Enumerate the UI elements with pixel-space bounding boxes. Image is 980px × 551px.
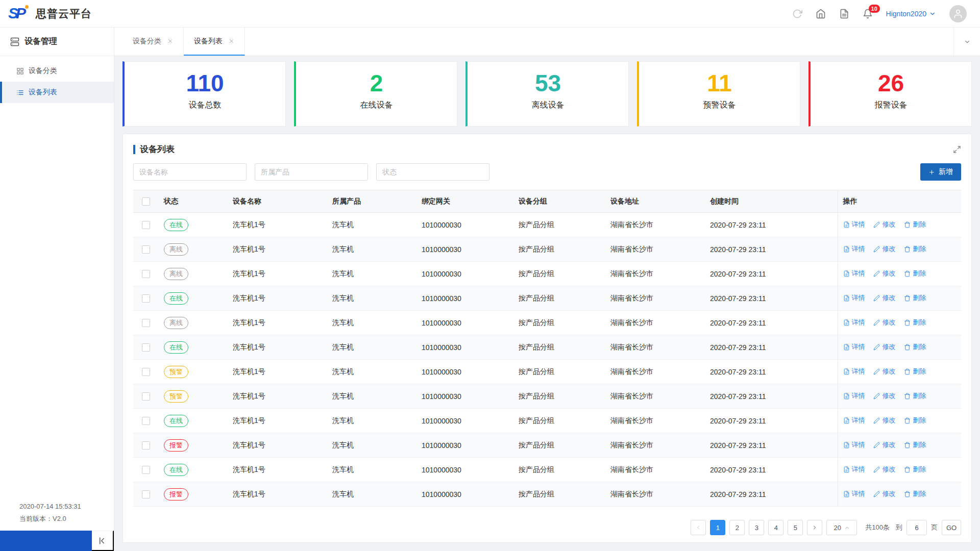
go-button[interactable]: GO [942,520,961,535]
detail-link[interactable]: 详情 [843,342,865,352]
edit-link[interactable]: 修改 [873,465,895,474]
user-menu[interactable]: Hignton2020 [886,10,936,18]
delete-link[interactable]: 删除 [904,465,926,474]
detail-link[interactable]: 详情 [843,391,865,400]
row-checkbox[interactable] [142,343,150,352]
row-checkbox[interactable] [142,466,150,474]
stat-value: 2 [296,70,457,97]
edit-link[interactable]: 修改 [873,220,895,229]
edit-link[interactable]: 修改 [873,244,895,254]
detail-label: 详情 [852,416,865,425]
row-checkbox[interactable] [142,270,150,278]
edit-link[interactable]: 修改 [873,318,895,327]
delete-link[interactable]: 删除 [904,416,926,425]
detail-link[interactable]: 详情 [843,244,865,254]
next-page-button[interactable] [807,520,822,535]
product-filter-input[interactable] [255,163,368,181]
row-checkbox[interactable] [142,221,150,229]
delete-link[interactable]: 删除 [904,269,926,278]
status-badge: 离线 [164,317,188,329]
delete-link[interactable]: 删除 [904,318,926,327]
row-checkbox[interactable] [142,417,150,425]
document-icon[interactable] [839,9,849,19]
device-name-filter-input[interactable] [133,163,247,181]
detail-link[interactable]: 详情 [843,416,865,425]
page-button-5[interactable]: 5 [788,520,803,535]
row-checkbox[interactable] [142,368,150,376]
expand-icon[interactable] [953,145,961,154]
home-icon[interactable] [816,9,826,19]
detail-link[interactable]: 详情 [843,318,865,327]
detail-link[interactable]: 详情 [843,465,865,474]
product-cell: 洗车机 [327,433,416,458]
gateway-cell: 1010000030 [416,482,513,507]
edit-link[interactable]: 修改 [873,293,895,303]
detail-link[interactable]: 详情 [843,440,865,449]
total-count: 共100条 [865,523,890,532]
delete-link[interactable]: 删除 [904,391,926,400]
sidebar-item-device-list[interactable]: 设备列表 [0,82,114,103]
avatar[interactable] [949,5,967,22]
tab-overflow-button[interactable] [953,28,980,56]
table-row: 在线 洗车机1号 洗车机 1010000030 按产品分组 湖南省长沙市 202… [133,286,961,311]
row-checkbox[interactable] [142,245,150,254]
detail-link[interactable]: 详情 [843,367,865,376]
delete-link[interactable]: 删除 [904,244,926,254]
delete-link[interactable]: 删除 [904,293,926,303]
edit-link[interactable]: 修改 [873,342,895,352]
select-all-checkbox[interactable] [142,197,150,206]
delete-link[interactable]: 删除 [904,440,926,449]
table-row: 在线 洗车机1号 洗车机 1010000030 按产品分组 湖南省长沙市 202… [133,409,961,433]
panel-header: 设备列表 [133,143,961,155]
edit-icon [873,491,880,497]
page-button-2[interactable]: 2 [729,520,745,535]
tab-device-category[interactable]: 设备分类 [122,28,184,56]
add-device-button[interactable]: 新增 [920,163,961,181]
created-time-cell: 2020-07-29 23:11 [705,335,838,360]
gateway-cell: 1010000030 [416,360,513,384]
delete-label: 删除 [913,318,926,327]
delete-link[interactable]: 删除 [904,220,926,229]
close-icon[interactable] [229,38,234,44]
page-size-select[interactable]: 20 [826,520,857,535]
detail-label: 详情 [852,318,865,327]
detail-link[interactable]: 详情 [843,220,865,229]
detail-link[interactable]: 详情 [843,293,865,303]
detail-link[interactable]: 详情 [843,489,865,498]
prev-page-button[interactable] [691,520,706,535]
detail-link[interactable]: 详情 [843,269,865,278]
edit-link[interactable]: 修改 [873,440,895,449]
edit-link[interactable]: 修改 [873,416,895,425]
gateway-cell: 1010000030 [416,311,513,335]
collapse-sidebar-button[interactable] [92,531,114,551]
device-list-panel: 设备列表 新增 [122,134,972,543]
edit-link[interactable]: 修改 [873,269,895,278]
device-name-cell: 洗车机1号 [228,335,327,360]
row-checkbox[interactable] [142,294,150,303]
delete-link[interactable]: 删除 [904,489,926,498]
device-name-cell: 洗车机1号 [228,409,327,433]
bell-icon[interactable]: 10 [863,9,873,19]
page-button-3[interactable]: 3 [749,520,764,535]
row-checkbox[interactable] [142,441,150,449]
row-checkbox[interactable] [142,490,150,498]
delete-link[interactable]: 删除 [904,342,926,352]
page-button-4[interactable]: 4 [768,520,783,535]
status-filter-input[interactable] [376,163,489,181]
edit-link[interactable]: 修改 [873,391,895,400]
delete-link[interactable]: 删除 [904,367,926,376]
row-checkbox[interactable] [142,319,150,327]
tab-device-list[interactable]: 设备列表 [184,28,245,56]
sidebar-item-device-category[interactable]: 设备分类 [0,60,114,82]
refresh-icon[interactable] [792,9,802,19]
created-time-cell: 2020-07-29 23:11 [705,286,838,311]
brand: SP 思普云平台 [8,5,92,23]
close-icon[interactable] [167,38,173,44]
sidebar-menu: 设备分类 设备列表 [0,56,114,103]
row-checkbox[interactable] [142,392,150,400]
page-button-1[interactable]: 1 [710,520,725,535]
product-cell: 洗车机 [327,311,416,335]
jump-page-input[interactable] [906,520,927,535]
edit-link[interactable]: 修改 [873,367,895,376]
edit-link[interactable]: 修改 [873,489,895,498]
